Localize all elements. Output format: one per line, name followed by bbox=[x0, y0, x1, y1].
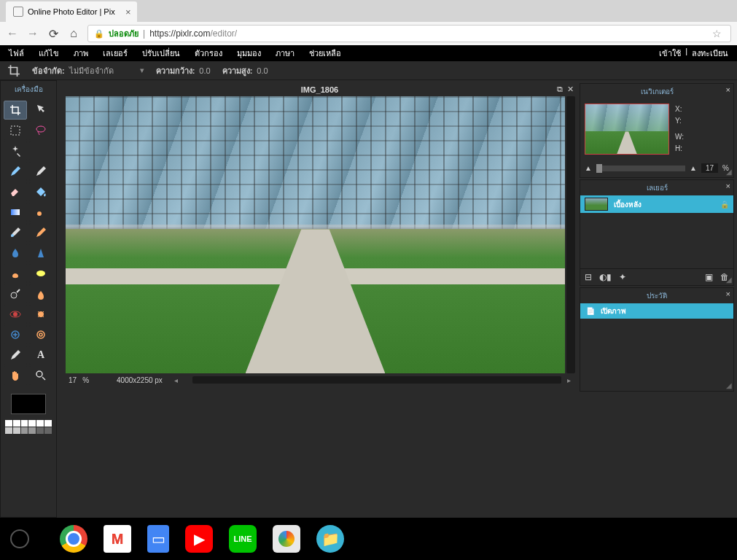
maximize-icon[interactable]: ⧉ bbox=[557, 85, 563, 94]
menu-edit[interactable]: แก้ไข bbox=[39, 47, 59, 60]
forward-icon[interactable]: → bbox=[26, 27, 39, 40]
menu-image[interactable]: ภาพ bbox=[74, 47, 88, 60]
constraint-value[interactable]: ไม่มีข้อจำกัด bbox=[69, 64, 114, 77]
resize-handle[interactable]: ◢ bbox=[726, 381, 732, 389]
lock-icon[interactable]: 🔒 bbox=[720, 201, 729, 209]
svg-rect-0 bbox=[11, 126, 20, 135]
menu-register[interactable]: ลงทะเบียน bbox=[692, 47, 728, 60]
menu-login[interactable]: เข้าใช้ bbox=[659, 47, 681, 60]
tool-redeye[interactable] bbox=[4, 305, 27, 324]
tool-move[interactable] bbox=[29, 101, 52, 120]
back-icon[interactable]: ← bbox=[6, 27, 19, 40]
menu-layer[interactable]: เลเยอร์ bbox=[103, 47, 128, 60]
scrollbar-horizontal[interactable] bbox=[192, 376, 561, 384]
scroll-right-icon[interactable]: ▸ bbox=[567, 376, 571, 384]
tool-picker[interactable] bbox=[4, 346, 27, 365]
svg-point-13 bbox=[36, 371, 42, 377]
tool-type[interactable]: A bbox=[29, 346, 52, 365]
svg-rect-2 bbox=[11, 209, 20, 215]
line-icon[interactable]: LINE bbox=[229, 525, 257, 553]
menu-filter[interactable]: ตัวกรอง bbox=[195, 47, 222, 60]
docs-icon[interactable]: ▭ bbox=[147, 525, 169, 553]
new-layer-icon[interactable]: ▣ bbox=[705, 272, 713, 282]
tool-zoom[interactable] bbox=[29, 366, 52, 385]
tool-dodge[interactable] bbox=[4, 284, 27, 303]
tool-eraser[interactable] bbox=[4, 182, 27, 201]
canvas-dimensions: 4000x2250 px bbox=[117, 376, 163, 384]
tool-blank1[interactable] bbox=[29, 141, 52, 160]
tool-bucket[interactable] bbox=[29, 182, 52, 201]
tool-brush[interactable] bbox=[29, 162, 52, 181]
tool-bloat[interactable] bbox=[4, 325, 27, 344]
close-icon[interactable]: × bbox=[726, 289, 730, 298]
tool-pinch[interactable] bbox=[29, 325, 52, 344]
tool-pencil[interactable] bbox=[4, 162, 27, 181]
menu-view[interactable]: มุมมอง bbox=[237, 47, 261, 60]
tool-blur[interactable] bbox=[4, 244, 27, 262]
zoom-value[interactable]: 17 bbox=[701, 163, 718, 173]
tool-sponge[interactable] bbox=[29, 264, 52, 283]
tool-wand[interactable] bbox=[4, 141, 27, 160]
width-value[interactable]: 0.0 bbox=[199, 66, 210, 75]
swatch-grid[interactable] bbox=[1, 420, 56, 434]
url-bar[interactable]: 🔒 ปลอดภัย | https://pixlr.com/editor/ ☆ bbox=[87, 25, 731, 42]
resize-handle[interactable]: ◢ bbox=[726, 276, 732, 284]
tool-hand[interactable] bbox=[4, 366, 27, 385]
navigator-panel: เนวิเกเตอร์ × X: Y: W: H: ▲ ▲ 17 bbox=[580, 83, 734, 178]
navigator-thumbnail[interactable] bbox=[585, 104, 669, 155]
page-icon bbox=[13, 7, 23, 17]
close-icon[interactable]: × bbox=[726, 182, 730, 190]
gmail-icon[interactable]: M bbox=[104, 525, 131, 553]
youtube-icon[interactable]: ▶ bbox=[185, 525, 213, 553]
tool-spot[interactable] bbox=[29, 305, 52, 324]
home-icon[interactable]: ⌂ bbox=[67, 27, 80, 40]
canvas-image[interactable] bbox=[66, 96, 565, 373]
scrollbar-vertical[interactable] bbox=[566, 96, 575, 373]
reload-icon[interactable]: ⟳ bbox=[47, 27, 60, 41]
tool-burn[interactable] bbox=[29, 284, 52, 303]
chrome-icon[interactable] bbox=[60, 525, 87, 553]
tool-sharpen[interactable] bbox=[29, 244, 52, 262]
layer-item[interactable]: เบื้องหลัง 🔒 bbox=[580, 195, 733, 213]
tool-marquee[interactable] bbox=[4, 121, 27, 140]
zoom-percent[interactable]: 17 bbox=[69, 376, 77, 384]
layer-settings-icon[interactable]: ⊟ bbox=[585, 272, 592, 282]
close-icon[interactable]: ✕ bbox=[567, 85, 574, 94]
pixlr-icon[interactable] bbox=[273, 525, 300, 553]
zoom-slider[interactable] bbox=[596, 166, 685, 171]
tool-crop[interactable] bbox=[4, 101, 27, 120]
layer-mask-icon[interactable]: ◐▮ bbox=[599, 272, 612, 282]
tool-replace[interactable] bbox=[4, 223, 27, 242]
launcher-icon[interactable] bbox=[10, 529, 29, 548]
zoom-out-icon[interactable]: ▲ bbox=[585, 164, 592, 172]
options-bar: ข้อจำกัด: ไม่มีข้อจำกัด ▾ ความกว้าง: 0.0… bbox=[0, 61, 737, 80]
history-item[interactable]: 📄 เปิดภาพ bbox=[580, 303, 733, 319]
zoom-in-icon[interactable]: ▲ bbox=[690, 164, 697, 172]
height-value[interactable]: 0.0 bbox=[257, 66, 268, 75]
color-swatch[interactable] bbox=[11, 394, 46, 414]
menu-file[interactable]: ไฟล์ bbox=[9, 47, 24, 60]
tool-smudge[interactable] bbox=[4, 264, 27, 283]
url-separator: | bbox=[143, 28, 145, 39]
navigator-header: เนวิเกเตอร์ × bbox=[580, 84, 733, 99]
files-icon[interactable]: 📁 bbox=[316, 525, 344, 553]
canvas-area: IMG_1806 ⧉ ✕ 17 % 4000x2250 px ◂ bbox=[57, 80, 580, 518]
browser-tab[interactable]: Online Photo Editor | Pix × bbox=[6, 1, 137, 22]
close-icon[interactable]: × bbox=[125, 7, 131, 18]
layer-styles-icon[interactable]: ✦ bbox=[619, 272, 626, 282]
tool-lasso[interactable] bbox=[29, 121, 52, 140]
chevron-down-icon[interactable]: ▾ bbox=[140, 66, 144, 75]
workspace: เครื่องมือ bbox=[0, 80, 737, 518]
canvas-title: IMG_1806 bbox=[63, 83, 577, 96]
tool-gradient[interactable] bbox=[4, 203, 27, 222]
tool-draw[interactable] bbox=[29, 223, 52, 242]
close-icon[interactable]: × bbox=[726, 85, 730, 94]
browser-chrome: Online Photo Editor | Pix × ← → ⟳ ⌂ 🔒 ปล… bbox=[0, 0, 737, 45]
menu-help[interactable]: ช่วยเหลือ bbox=[309, 47, 341, 60]
scroll-left-icon[interactable]: ◂ bbox=[174, 376, 178, 384]
menu-adjust[interactable]: ปรับเปลี่ยน bbox=[142, 47, 180, 60]
resize-handle[interactable]: ◢ bbox=[726, 168, 732, 176]
star-icon[interactable]: ☆ bbox=[712, 28, 722, 39]
menu-language[interactable]: ภาษา bbox=[276, 47, 295, 60]
tool-clone[interactable] bbox=[29, 203, 52, 222]
